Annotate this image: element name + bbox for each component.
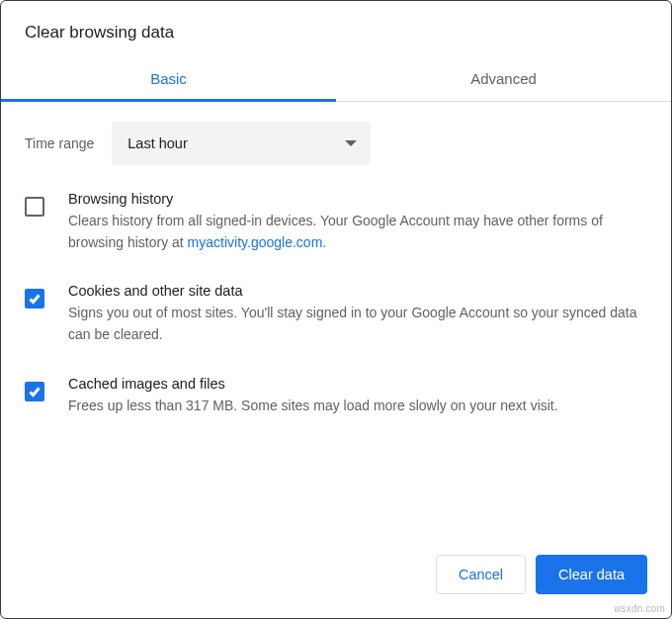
- dialog-body: Time range Last hour Browsing history Cl…: [1, 102, 671, 416]
- cookies-checkbox[interactable]: [25, 289, 44, 309]
- browsing-history-title: Browsing history: [68, 191, 647, 207]
- time-range-value: Last hour: [127, 135, 187, 151]
- option-cookies: Cookies and other site data Signs you ou…: [25, 283, 647, 345]
- option-cache: Cached images and files Frees up less th…: [25, 376, 647, 417]
- tab-advanced[interactable]: Advanced: [336, 58, 671, 101]
- tab-basic[interactable]: Basic: [1, 58, 336, 101]
- cookies-desc: Signs you out of most sites. You'll stay…: [68, 303, 647, 345]
- browsing-history-desc-pre: Clears history from all signed-in device…: [68, 213, 603, 250]
- myactivity-link[interactable]: myactivity.google.com: [188, 234, 323, 250]
- watermark: wsxdn.com: [614, 603, 665, 614]
- clear-data-button[interactable]: Clear data: [536, 555, 647, 594]
- checkmark-icon: [28, 385, 42, 398]
- time-range-row: Time range Last hour: [25, 122, 647, 165]
- cache-desc: Frees up less than 317 MB. Some sites ma…: [68, 396, 647, 417]
- checkmark-icon: [28, 292, 42, 306]
- cache-checkbox[interactable]: [25, 382, 44, 401]
- cache-title: Cached images and files: [68, 376, 647, 392]
- time-range-select[interactable]: Last hour: [112, 122, 371, 165]
- browsing-history-desc-post: .: [322, 234, 326, 250]
- dialog-footer: Cancel Clear data: [436, 555, 647, 594]
- dialog-title: Clear browsing data: [1, 1, 671, 58]
- browsing-history-desc: Clears history from all signed-in device…: [68, 211, 647, 253]
- chevron-down-icon: [345, 140, 357, 146]
- option-browsing-history: Browsing history Clears history from all…: [25, 191, 647, 253]
- time-range-label: Time range: [25, 135, 94, 151]
- tabs: Basic Advanced: [1, 58, 671, 102]
- cancel-button[interactable]: Cancel: [436, 555, 526, 594]
- cookies-title: Cookies and other site data: [68, 283, 647, 299]
- browsing-history-checkbox[interactable]: [25, 197, 44, 217]
